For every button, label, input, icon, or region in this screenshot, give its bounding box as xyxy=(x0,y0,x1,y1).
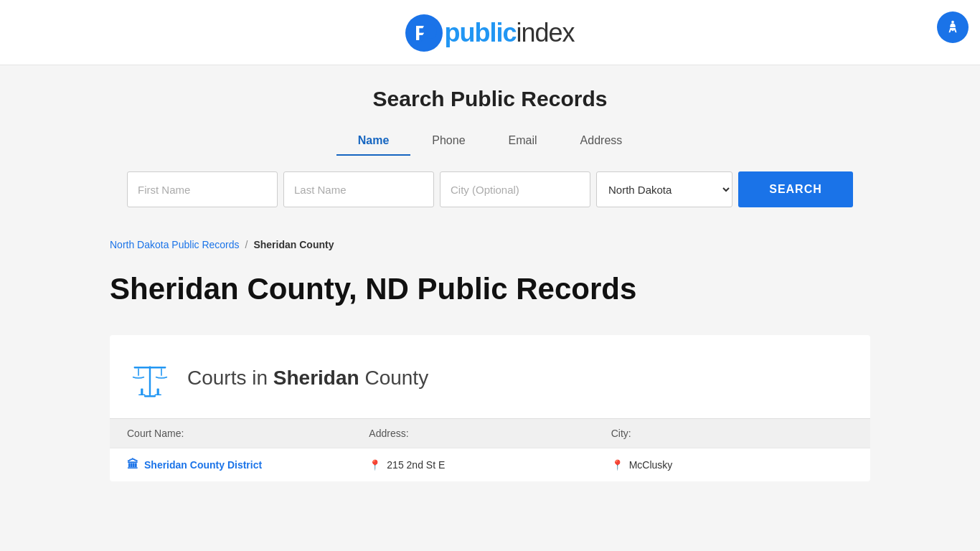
tab-email[interactable]: Email xyxy=(487,127,559,156)
svg-rect-14 xyxy=(154,394,161,395)
search-button[interactable]: SEARCH xyxy=(738,171,853,207)
last-name-input[interactable] xyxy=(283,171,434,207)
breadcrumb: North Dakota Public Records / Sheridan C… xyxy=(110,239,870,250)
logo-icon: P xyxy=(405,14,443,52)
site-header: P publicindex xyxy=(0,0,980,65)
court-name-cell: 🏛 Sheridan County District xyxy=(127,458,369,471)
svg-point-0 xyxy=(951,21,954,24)
page-title: Sheridan County, ND Public Records xyxy=(110,272,870,306)
city-input[interactable] xyxy=(440,171,590,207)
court-building-icon: 🏛 xyxy=(127,458,138,471)
first-name-input[interactable] xyxy=(127,171,278,207)
svg-point-10 xyxy=(149,366,151,368)
table-row: 🏛 Sheridan County District 📍 215 2nd St … xyxy=(110,448,870,481)
address-icon: 📍 xyxy=(369,459,381,471)
tab-address[interactable]: Address xyxy=(559,127,644,156)
search-row: AlabamaAlaskaArizonaArkansasCaliforniaCo… xyxy=(0,171,980,207)
court-city-cell: 📍 McClusky xyxy=(611,459,853,471)
header-address: Address: xyxy=(369,428,611,439)
courts-icon xyxy=(127,355,173,401)
logo[interactable]: P publicindex xyxy=(0,14,980,52)
court-name-link[interactable]: 🏛 Sheridan County District xyxy=(127,458,369,471)
header-city: City: xyxy=(611,428,853,439)
city-icon: 📍 xyxy=(611,459,623,471)
search-title: Search Public Records xyxy=(0,87,980,111)
courts-section: Courts in Sheridan County Court Name: Ad… xyxy=(110,335,870,481)
logo-text: publicindex xyxy=(444,18,574,48)
accessibility-button[interactable] xyxy=(937,11,969,43)
courts-table-header: Court Name: Address: City: xyxy=(110,418,870,448)
breadcrumb-current: Sheridan County xyxy=(253,239,334,250)
svg-rect-13 xyxy=(138,394,146,395)
tab-name[interactable]: Name xyxy=(336,127,411,156)
state-select[interactable]: AlabamaAlaskaArizonaArkansasCaliforniaCo… xyxy=(596,171,732,207)
tab-phone[interactable]: Phone xyxy=(410,127,486,156)
svg-rect-3 xyxy=(144,395,156,397)
breadcrumb-parent-link[interactable]: North Dakota Public Records xyxy=(110,239,240,250)
search-tabs: Name Phone Email Address xyxy=(0,127,980,156)
header-court-name: Court Name: xyxy=(127,428,369,439)
main-content: North Dakota Public Records / Sheridan C… xyxy=(67,222,913,499)
breadcrumb-separator: / xyxy=(245,239,248,250)
court-address-cell: 📍 215 2nd St E xyxy=(369,459,611,471)
svg-rect-4 xyxy=(149,367,151,395)
courts-heading: Courts in Sheridan County xyxy=(187,367,428,390)
search-section: Search Public Records Name Phone Email A… xyxy=(0,65,980,222)
courts-header: Courts in Sheridan County xyxy=(110,335,870,418)
